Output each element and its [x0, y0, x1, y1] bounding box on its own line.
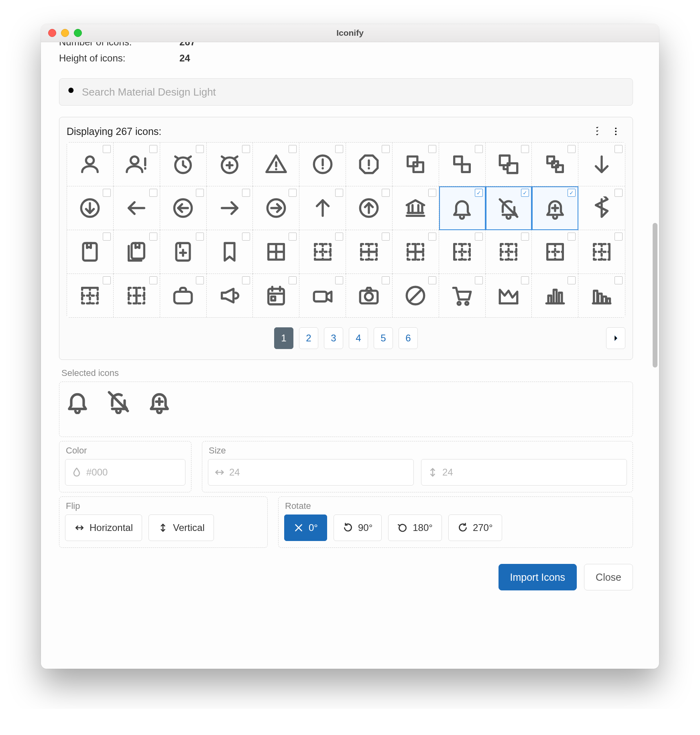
select-checkbox[interactable]: [289, 145, 297, 153]
select-checkbox[interactable]: [196, 189, 204, 197]
rotate-270-button[interactable]: 270°: [448, 514, 502, 541]
page-4-button[interactable]: 4: [349, 327, 368, 349]
select-checkbox[interactable]: [475, 189, 483, 197]
icon-cell-book-plus[interactable]: [160, 230, 207, 274]
icon-cell-briefcase[interactable]: [160, 274, 207, 317]
select-checkbox[interactable]: [242, 189, 250, 197]
icon-cell-border-left[interactable]: [439, 230, 486, 274]
icon-cell-chart-areaspline[interactable]: [486, 274, 532, 317]
icon-cell-arrange-bring-to-front[interactable]: [486, 143, 532, 186]
rotate-180-button[interactable]: 180°: [388, 514, 442, 541]
select-checkbox[interactable]: [521, 276, 529, 284]
icon-cell-alarm[interactable]: [160, 143, 207, 186]
icon-cell-arrow-left[interactable]: [114, 186, 160, 230]
view-select-toggle-icon[interactable]: [594, 125, 606, 137]
select-checkbox[interactable]: [242, 233, 250, 241]
icon-cell-bookmark[interactable]: [207, 230, 253, 274]
icon-cell-chart-histogram[interactable]: [578, 274, 625, 317]
select-checkbox[interactable]: [615, 189, 623, 197]
icon-cell-bell-plus[interactable]: [532, 186, 578, 230]
scrollbar-thumb[interactable]: [653, 223, 657, 368]
select-checkbox[interactable]: [382, 145, 390, 153]
width-input-wrap[interactable]: [208, 459, 414, 486]
selected-bell-plus[interactable]: [147, 389, 172, 429]
icon-cell-arrange-send-to-back[interactable]: [532, 143, 578, 186]
color-input-wrap[interactable]: [65, 459, 185, 486]
scrollbar[interactable]: [652, 42, 657, 669]
icon-cell-border-none[interactable]: [486, 230, 532, 274]
close-window-icon[interactable]: [48, 29, 56, 37]
select-checkbox[interactable]: [615, 145, 623, 153]
select-checkbox[interactable]: [289, 276, 297, 284]
select-checkbox[interactable]: [475, 145, 483, 153]
select-checkbox[interactable]: [335, 276, 343, 284]
select-checkbox[interactable]: [149, 145, 157, 153]
icon-cell-chart-bar[interactable]: [532, 274, 578, 317]
icon-cell-bluetooth[interactable]: [578, 186, 625, 230]
page-5-button[interactable]: 5: [374, 327, 393, 349]
icon-cell-arrow-right[interactable]: [207, 186, 253, 230]
select-checkbox[interactable]: [428, 189, 436, 197]
select-checkbox[interactable]: [103, 233, 111, 241]
select-checkbox[interactable]: [382, 189, 390, 197]
icon-cell-arrange-bring-forward[interactable]: [393, 143, 439, 186]
icon-cell-border-right[interactable]: [578, 230, 625, 274]
icon-cell-bell[interactable]: [439, 186, 486, 230]
icon-cell-account-alert[interactable]: [114, 143, 160, 186]
select-checkbox[interactable]: [568, 233, 576, 241]
search-field[interactable]: [59, 78, 633, 106]
rotate-0-button[interactable]: 0°: [284, 514, 327, 541]
page-2-button[interactable]: 2: [299, 327, 318, 349]
select-checkbox[interactable]: [615, 233, 623, 241]
select-checkbox[interactable]: [103, 189, 111, 197]
color-input[interactable]: [85, 466, 207, 478]
icon-cell-alert-triangle[interactable]: [253, 143, 299, 186]
page-next-button[interactable]: [606, 327, 625, 349]
select-checkbox[interactable]: [335, 233, 343, 241]
icon-cell-border-horizontal[interactable]: [346, 230, 393, 274]
icon-cell-border-bottom[interactable]: [299, 230, 346, 274]
select-checkbox[interactable]: [428, 276, 436, 284]
icon-cell-arrow-up-circle[interactable]: [346, 186, 393, 230]
select-checkbox[interactable]: [335, 145, 343, 153]
icon-cell-arrow-left-circle[interactable]: [160, 186, 207, 230]
select-checkbox[interactable]: [568, 189, 576, 197]
icon-cell-border-inside[interactable]: [393, 230, 439, 274]
icon-cell-account[interactable]: [67, 143, 114, 186]
select-checkbox[interactable]: [242, 276, 250, 284]
icon-cell-bullhorn[interactable]: [207, 274, 253, 317]
icon-cell-bank[interactable]: [393, 186, 439, 230]
icon-cell-camera[interactable]: [346, 274, 393, 317]
select-checkbox[interactable]: [196, 145, 204, 153]
select-checkbox[interactable]: [475, 233, 483, 241]
select-checkbox[interactable]: [103, 145, 111, 153]
rotate-90-button[interactable]: 90°: [334, 514, 382, 541]
icon-cell-alert-octagon[interactable]: [346, 143, 393, 186]
icon-cell-arrow-right-circle[interactable]: [253, 186, 299, 230]
select-checkbox[interactable]: [103, 276, 111, 284]
icon-cell-arrow-down-circle[interactable]: [67, 186, 114, 230]
select-checkbox[interactable]: [289, 189, 297, 197]
icon-cell-border-vertical[interactable]: [114, 274, 160, 317]
select-checkbox[interactable]: [242, 145, 250, 153]
select-checkbox[interactable]: [568, 145, 576, 153]
select-checkbox[interactable]: [428, 233, 436, 241]
import-button[interactable]: Import Icons: [499, 564, 577, 590]
minimize-window-icon[interactable]: [61, 29, 69, 37]
select-checkbox[interactable]: [335, 189, 343, 197]
icon-cell-calendar[interactable]: [253, 274, 299, 317]
select-checkbox[interactable]: [196, 276, 204, 284]
icon-cell-cancel[interactable]: [393, 274, 439, 317]
select-checkbox[interactable]: [196, 233, 204, 241]
search-input[interactable]: [81, 86, 625, 99]
icon-cell-border-all[interactable]: [253, 230, 299, 274]
icon-cell-arrow-down[interactable]: [578, 143, 625, 186]
select-checkbox[interactable]: [149, 189, 157, 197]
page-3-button[interactable]: 3: [324, 327, 343, 349]
flip-horizontal-button[interactable]: Horizontal: [65, 514, 142, 541]
select-checkbox[interactable]: [568, 276, 576, 284]
close-button[interactable]: Close: [584, 564, 633, 590]
page-6-button[interactable]: 6: [399, 327, 418, 349]
flip-vertical-button[interactable]: Vertical: [149, 514, 214, 541]
zoom-window-icon[interactable]: [74, 29, 82, 37]
